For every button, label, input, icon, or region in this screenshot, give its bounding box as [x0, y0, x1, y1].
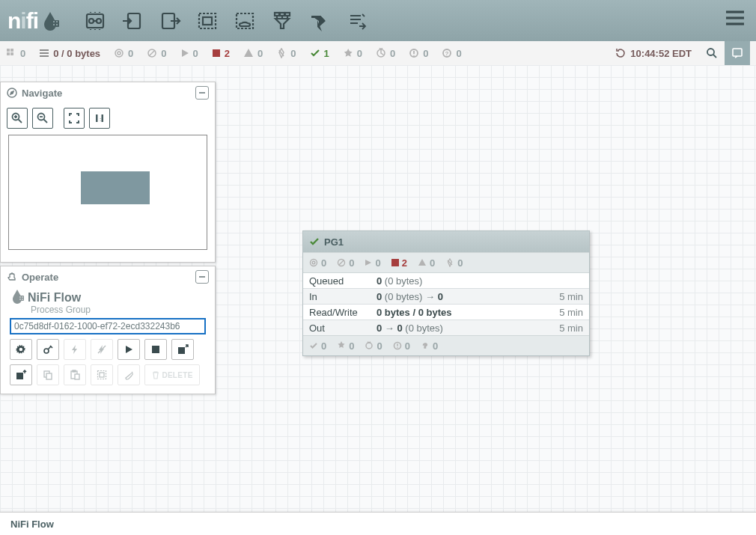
pg-row-rw: Read/Write0 bytes / 0 bytes5 min [303, 305, 589, 320]
pg-stats-bar: 0 0 0 2 0 0 [303, 252, 589, 273]
enable-button [64, 339, 86, 360]
svg-rect-23 [40, 49, 49, 51]
logo-drop-icon [40, 10, 61, 31]
navigate-collapse-button[interactable] [195, 86, 209, 100]
pg-row-queued: Queued0 (0 bytes) [303, 273, 589, 289]
svg-text:?: ? [423, 342, 427, 349]
svg-rect-20 [10, 49, 13, 52]
svg-point-1 [53, 21, 55, 22]
pg-name: PG1 [324, 236, 344, 248]
svg-point-3 [53, 24, 55, 25]
svg-point-37 [707, 49, 714, 55]
add-label-button[interactable] [345, 9, 369, 33]
svg-rect-64 [73, 370, 76, 372]
variable-registry-button[interactable] [37, 339, 59, 360]
breadcrumb-root[interactable]: NiFi Flow [10, 519, 54, 530]
global-menu-button[interactable] [725, 9, 746, 29]
configure-button[interactable] [10, 339, 32, 360]
status-sync-failure: ?0 [442, 48, 461, 59]
svg-rect-50 [102, 114, 104, 122]
operate-panel: Operate NiFi Flow Process Group 0c75d8df… [0, 266, 216, 394]
operate-name: NiFi Flow [28, 291, 81, 305]
status-locally-modified: 0 [343, 48, 362, 59]
svg-point-27 [118, 52, 121, 55]
svg-line-42 [19, 120, 22, 123]
copy-button [37, 364, 59, 385]
check-icon [309, 236, 320, 247]
color-button [118, 364, 140, 385]
svg-rect-62 [46, 373, 52, 379]
svg-point-4 [56, 24, 58, 25]
svg-rect-11 [203, 17, 212, 25]
operate-collapse-button[interactable] [195, 270, 209, 284]
pg-footer-bar: 0 0 0 0 ?0 [303, 335, 589, 355]
status-locally-modified-stale: 0 [409, 48, 428, 59]
svg-point-26 [115, 49, 123, 57]
svg-rect-15 [285, 13, 290, 16]
add-processor-button[interactable] [83, 9, 107, 33]
paste-button [64, 364, 86, 385]
svg-rect-51 [19, 296, 24, 301]
group-button [91, 364, 113, 385]
svg-point-2 [56, 21, 58, 22]
process-group-pg1[interactable]: PG1 0 0 0 2 0 0 Queued0 (0 bytes) In0 (0… [302, 230, 590, 356]
zoom-in-button[interactable] [7, 108, 28, 129]
svg-rect-24 [40, 52, 49, 54]
svg-line-71 [339, 260, 344, 266]
add-template-button[interactable] [308, 9, 332, 33]
pg-header: PG1 [303, 231, 589, 252]
svg-point-53 [22, 296, 23, 298]
zoom-fit-button[interactable] [64, 108, 85, 129]
zoom-actual-button[interactable]: : [89, 108, 110, 129]
bulletin-board-button[interactable] [725, 41, 750, 65]
flow-canvas[interactable]: Navigate : Operate NiFi Flow Process Gro… [0, 65, 756, 513]
search-button[interactable] [699, 41, 725, 65]
upload-template-button[interactable] [10, 364, 32, 385]
svg-line-29 [149, 50, 155, 56]
add-output-port-button[interactable] [158, 9, 182, 33]
add-process-group-button[interactable] [195, 9, 219, 33]
nifi-logo: nifi [7, 8, 61, 34]
svg-rect-67 [100, 373, 104, 377]
svg-point-55 [22, 299, 23, 300]
svg-text::: : [100, 116, 101, 123]
stop-button[interactable] [144, 339, 167, 360]
svg-point-74 [366, 343, 372, 349]
status-disabled: 0 [276, 48, 296, 59]
create-template-button[interactable] [171, 339, 194, 360]
add-funnel-button[interactable] [270, 9, 294, 33]
svg-rect-58 [152, 346, 159, 353]
status-transmitting: 0 [114, 48, 133, 59]
svg-point-7 [97, 19, 101, 23]
compass-icon [7, 88, 17, 98]
status-not-transmitting: 0 [147, 48, 166, 59]
svg-rect-48 [96, 114, 98, 122]
status-stopped: 2 [212, 48, 230, 59]
navigate-panel: Navigate : [0, 82, 216, 263]
svg-rect-22 [10, 52, 13, 55]
status-up-to-date: 1 [310, 48, 329, 59]
operate-type: Process Group [31, 305, 206, 315]
operate-title: Operate [22, 272, 195, 283]
operate-id[interactable]: 0c75d8df-0162-1000-ef72-2ecd332243b6 [10, 318, 206, 334]
zoom-out-button[interactable] [32, 108, 53, 129]
status-invalid: 0 [243, 48, 263, 59]
status-queued: 0 / 0 bytes [39, 48, 100, 59]
svg-point-34 [413, 55, 415, 56]
status-clock: 10:44:52 EDT [615, 47, 692, 59]
birdseye-view[interactable] [8, 135, 207, 250]
svg-point-54 [19, 299, 21, 300]
svg-rect-66 [98, 371, 106, 379]
svg-point-52 [19, 296, 21, 298]
status-bar: 0 0 / 0 bytes 0 0 0 2 0 0 1 0 0 0 ?0 10:… [0, 41, 756, 66]
disable-button [91, 339, 113, 360]
breadcrumb-bar[interactable]: NiFi Flow [0, 512, 756, 535]
add-remote-process-group-button[interactable] [233, 9, 257, 33]
svg-point-69 [312, 261, 315, 264]
status-running: 0 [180, 48, 198, 59]
svg-rect-21 [7, 52, 10, 55]
svg-rect-65 [75, 374, 79, 379]
add-input-port-button[interactable] [121, 9, 144, 33]
start-button[interactable] [118, 339, 140, 360]
svg-rect-39 [733, 49, 742, 56]
